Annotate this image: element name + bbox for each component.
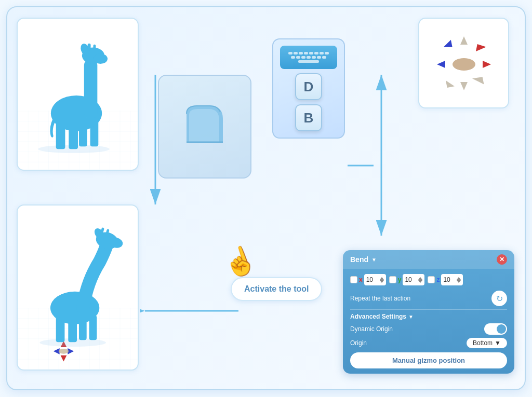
svg-point-18 [59, 349, 69, 354]
x-input[interactable]: 10 [364, 274, 386, 285]
bend-panel-header: Bend ▼ ✕ [343, 250, 514, 269]
key-b: B [295, 104, 322, 131]
repeat-action-row: Repeat the last action ↻ [350, 291, 507, 306]
giraffe-after-panel [17, 204, 139, 371]
origin-value: Bottom [473, 339, 493, 347]
y-axis-control: y 10 [389, 274, 425, 285]
y-label: y [398, 276, 402, 283]
x-spinner-down[interactable] [380, 280, 384, 283]
svg-point-24 [50, 292, 99, 324]
svg-marker-41 [437, 61, 445, 68]
y-spinner[interactable] [418, 277, 422, 283]
flow-arrow-vertical [368, 70, 394, 241]
separator-1 [350, 309, 507, 310]
x-spinner-up[interactable] [380, 277, 384, 280]
y-checkbox[interactable] [389, 276, 396, 283]
z-checkbox[interactable] [428, 276, 435, 283]
dynamic-origin-label: Dynamic Origin [350, 325, 393, 333]
z-axis-control: z 10 [428, 274, 463, 285]
svg-marker-36 [473, 41, 486, 54]
repeat-button[interactable]: ↻ [491, 291, 507, 306]
svg-rect-11 [88, 44, 91, 51]
z-spinner[interactable] [457, 277, 461, 283]
x-axis-control: x 10 [350, 274, 386, 285]
hand-pointer-icon: ☝ [219, 241, 261, 283]
advanced-label: Advanced Settings [350, 313, 406, 320]
main-container: D B ☝ Activate the tool [6, 6, 526, 390]
tool-panel [158, 75, 251, 179]
flow-arrow-left [140, 298, 244, 324]
origin-dropdown[interactable]: Bottom ▼ [467, 338, 507, 348]
activate-tool-button[interactable]: Activate the tool [231, 277, 322, 301]
bend-close-button[interactable]: ✕ [497, 254, 507, 265]
keyboard-icon [280, 46, 337, 69]
svg-marker-38 [472, 72, 486, 87]
z-label: z [436, 276, 440, 283]
svg-marker-37 [483, 61, 491, 68]
advanced-settings-row: Advanced Settings ▼ [350, 313, 507, 320]
flow-arrow-horiz [345, 158, 376, 173]
dynamic-origin-toggle[interactable] [484, 323, 507, 335]
y-spinner-up[interactable] [418, 277, 422, 280]
svg-marker-39 [460, 82, 468, 90]
x-checkbox[interactable] [350, 276, 357, 283]
z-spinner-down[interactable] [457, 280, 461, 283]
bend-dropdown-arrow-icon[interactable]: ▼ [371, 257, 377, 263]
advanced-dropdown-icon[interactable]: ▼ [408, 314, 414, 320]
origin-dropdown-icon[interactable]: ▼ [495, 339, 501, 347]
bend-body: x 10 y 10 [343, 269, 514, 374]
keyboard-panel: D B [272, 38, 345, 139]
svg-marker-42 [443, 39, 455, 51]
z-spinner-up[interactable] [457, 277, 461, 280]
bend-panel: Bend ▼ ✕ x 10 [343, 250, 514, 374]
manual-gizmo-button[interactable]: Manual gizmo position [350, 352, 507, 368]
origin-label: Origin [350, 339, 367, 347]
bend-title: Bend [350, 255, 368, 264]
svg-rect-12 [93, 45, 96, 51]
y-input[interactable]: 10 [403, 274, 424, 285]
repeat-label: Repeat the last action [350, 295, 410, 302]
key-d: D [295, 73, 322, 100]
svg-point-9 [93, 53, 108, 64]
giraffe-before-panel [17, 18, 139, 171]
svg-rect-7 [84, 60, 98, 118]
dynamic-origin-row: Dynamic Origin [350, 323, 507, 335]
svg-marker-40 [443, 79, 455, 91]
origin-row: Origin Bottom ▼ [350, 338, 507, 348]
x-label: x [359, 276, 363, 283]
svg-marker-35 [460, 36, 468, 45]
gizmo-panel [418, 18, 509, 108]
y-spinner-down[interactable] [418, 280, 422, 283]
x-spinner[interactable] [380, 277, 384, 283]
svg-point-34 [453, 58, 475, 71]
z-input[interactable]: 10 [441, 274, 463, 285]
xyz-controls-row: x 10 y 10 [350, 274, 507, 285]
